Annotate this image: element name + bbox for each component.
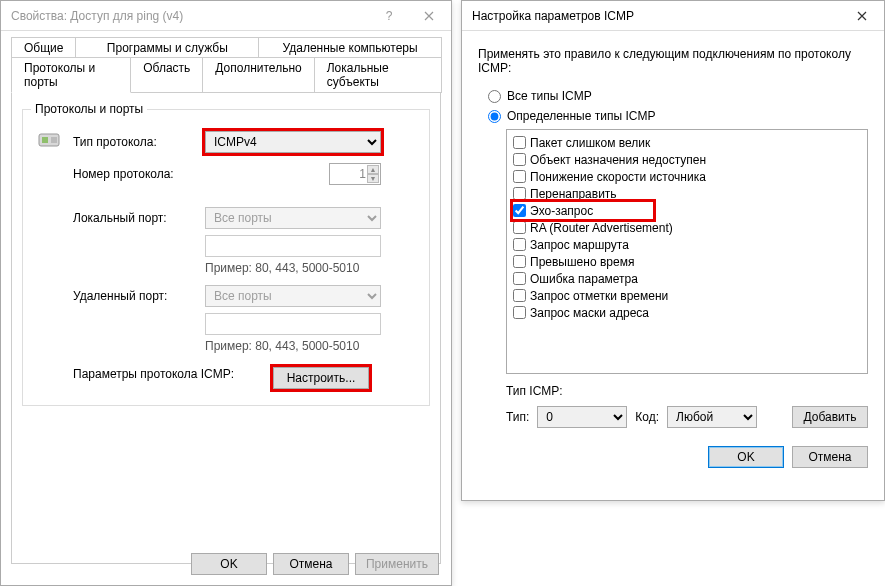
protocol-number-label: Номер протокола: — [73, 167, 205, 181]
icmp-type-checkbox[interactable] — [513, 170, 526, 183]
svg-rect-1 — [42, 137, 48, 143]
close-icon — [424, 11, 434, 21]
icmp-type-checkbox[interactable] — [513, 153, 526, 166]
list-item[interactable]: Запрос отметки времени — [513, 287, 861, 304]
svg-rect-2 — [51, 137, 57, 143]
tabs-row-2: Протоколы и порты Область Дополнительно … — [11, 57, 441, 93]
close-icon — [857, 11, 867, 21]
icmp-type-checkbox[interactable] — [513, 272, 526, 285]
cancel-button[interactable]: Отмена — [273, 553, 349, 575]
tab-scope[interactable]: Область — [130, 57, 203, 93]
icmp-type-label: Перенаправить — [530, 187, 617, 201]
list-item[interactable]: Эхо-запрос — [513, 202, 653, 219]
icmp-type-checkbox[interactable] — [513, 255, 526, 268]
configure-button[interactable]: Настроить... — [273, 367, 369, 389]
tabs-row-1: Общие Программы и службы Удаленные компь… — [11, 37, 441, 58]
icmp-type-label: Запрос отметки времени — [530, 289, 668, 303]
tab-content: Протоколы и порты Тип протокола: ICMPv4 — [11, 92, 441, 564]
remote-port-label: Удаленный порт: — [73, 289, 205, 303]
dialog-buttons: OK Отмена — [478, 446, 868, 468]
list-item[interactable]: Перенаправить — [513, 185, 861, 202]
icmp-params-label: Параметры протокола ICMP: — [73, 367, 273, 381]
local-port-example: Пример: 80, 443, 5000-5010 — [205, 261, 381, 275]
list-item[interactable]: Превышено время — [513, 253, 861, 270]
code-label: Код: — [635, 410, 659, 424]
list-item[interactable]: Объект назначения недоступен — [513, 151, 861, 168]
dialog-title: Свойства: Доступ для ping (v4) — [11, 9, 369, 23]
cancel-button[interactable]: Отмена — [792, 446, 868, 468]
radio-specific-label: Определенные типы ICMP — [507, 109, 655, 123]
list-item[interactable]: RA (Router Advertisement) — [513, 219, 861, 236]
icmp-type-label: Запрос маршрута — [530, 238, 629, 252]
protocols-ports-group: Протоколы и порты Тип протокола: ICMPv4 — [22, 109, 430, 406]
tab-programs[interactable]: Программы и службы — [75, 37, 259, 58]
close-button[interactable] — [409, 2, 449, 30]
configure-highlight: Настроить... — [273, 367, 369, 389]
icmp-type-label: Запрос маски адреса — [530, 306, 649, 320]
radio-specific-types[interactable] — [488, 110, 501, 123]
protocol-type-label: Тип протокола: — [73, 135, 205, 149]
intro-text: Применять это правило к следующим подклю… — [478, 47, 868, 75]
remote-port-example: Пример: 80, 443, 5000-5010 — [205, 339, 381, 353]
tab-local-principals[interactable]: Локальные субъекты — [314, 57, 442, 93]
list-item[interactable]: Запрос маршрута — [513, 236, 861, 253]
list-item[interactable]: Пакет слишком велик — [513, 134, 861, 151]
icmp-type-checkbox[interactable] — [513, 187, 526, 200]
add-button[interactable]: Добавить — [792, 406, 868, 428]
icmp-type-label: RA (Router Advertisement) — [530, 221, 673, 235]
properties-dialog: Свойства: Доступ для ping (v4) ? Общие П… — [0, 0, 452, 586]
local-port-select: Все порты — [205, 207, 381, 229]
icmp-type-label: Понижение скорости источника — [530, 170, 706, 184]
titlebar: Настройка параметров ICMP — [462, 1, 884, 31]
icmp-type-checkbox[interactable] — [513, 136, 526, 149]
tab-advanced[interactable]: Дополнительно — [202, 57, 314, 93]
tab-remote-computers[interactable]: Удаленные компьютеры — [258, 37, 442, 58]
icmp-types-list[interactable]: Пакет слишком великОбъект назначения нед… — [506, 129, 868, 374]
protocol-number-value: 1 — [359, 167, 366, 181]
group-title: Протоколы и порты — [31, 102, 147, 116]
icmp-type-label: Пакет слишком велик — [530, 136, 650, 150]
icmp-type-label: Эхо-запрос — [530, 204, 593, 218]
dialog-buttons: OK Отмена Применить — [191, 553, 439, 575]
titlebar: Свойства: Доступ для ping (v4) ? — [1, 1, 451, 31]
list-item[interactable]: Понижение скорости источника — [513, 168, 861, 185]
icmp-type-checkbox[interactable] — [513, 289, 526, 302]
local-port-label: Локальный порт: — [73, 211, 205, 225]
dialog-title: Настройка параметров ICMP — [472, 9, 842, 23]
ok-button[interactable]: OK — [708, 446, 784, 468]
help-button[interactable]: ? — [369, 2, 409, 30]
radio-specific-row[interactable]: Определенные типы ICMP — [488, 109, 868, 123]
icmp-type-checkbox[interactable] — [513, 306, 526, 319]
icmp-settings-dialog: Настройка параметров ICMP Применять это … — [461, 0, 885, 501]
list-item[interactable]: Ошибка параметра — [513, 270, 861, 287]
type-select[interactable]: 0 — [537, 406, 627, 428]
radio-all-types[interactable] — [488, 90, 501, 103]
code-select[interactable]: Любой — [667, 406, 757, 428]
spinner-up-icon[interactable]: ▲ — [367, 165, 379, 174]
nic-icon — [37, 130, 65, 150]
apply-button[interactable]: Применить — [355, 553, 439, 575]
icmp-type-label: Ошибка параметра — [530, 272, 638, 286]
tab-protocols-ports[interactable]: Протоколы и порты — [11, 57, 131, 93]
icmp-type-section-label: Тип ICMP: — [506, 384, 868, 398]
list-item[interactable]: Запрос маски адреса — [513, 304, 861, 321]
protocol-type-highlight: ICMPv4 — [205, 131, 381, 153]
spinner-down-icon[interactable]: ▼ — [367, 174, 379, 183]
remote-port-select: Все порты — [205, 285, 381, 307]
icmp-type-checkbox[interactable] — [513, 221, 526, 234]
radio-all-label: Все типы ICMP — [507, 89, 592, 103]
remote-port-input[interactable] — [205, 313, 381, 335]
close-button[interactable] — [842, 2, 882, 30]
tab-general[interactable]: Общие — [11, 37, 76, 58]
protocol-type-select[interactable]: ICMPv4 — [205, 131, 381, 153]
local-port-input[interactable] — [205, 235, 381, 257]
icmp-type-checkbox[interactable] — [513, 204, 526, 217]
type-label: Тип: — [506, 410, 529, 424]
ok-button[interactable]: OK — [191, 553, 267, 575]
icmp-type-label: Объект назначения недоступен — [530, 153, 706, 167]
icmp-type-checkbox[interactable] — [513, 238, 526, 251]
icmp-type-label: Превышено время — [530, 255, 634, 269]
radio-all-row[interactable]: Все типы ICMP — [488, 89, 868, 103]
protocol-number-spinner[interactable]: 1 ▲▼ — [329, 163, 381, 185]
